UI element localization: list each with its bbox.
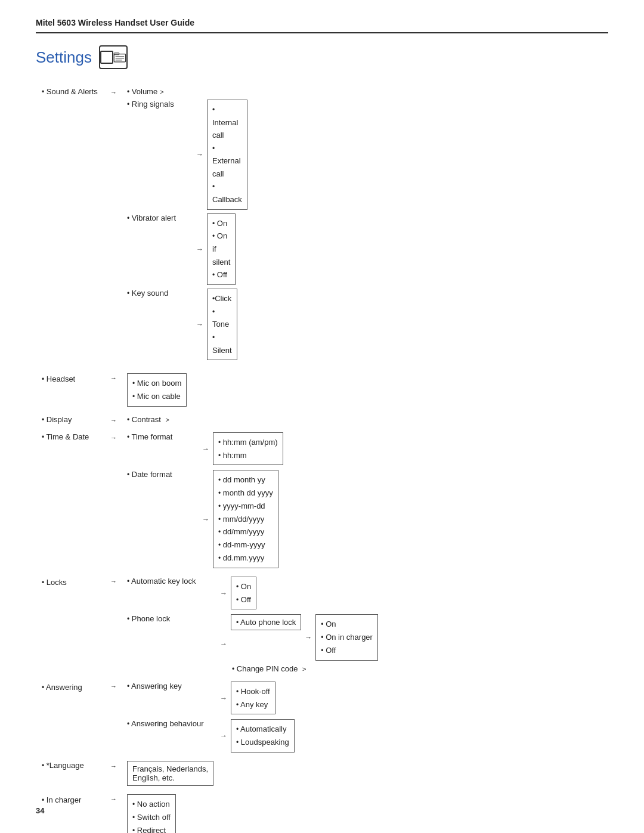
section-time-date: • Time & Date → • Time format → • hh:mm … [42,432,608,568]
answering-behaviour-label: • Answering behaviour [127,719,216,728]
ring-signals-label: • Ring signals [127,100,193,109]
change-pin-gt: > [302,665,306,673]
arrow-time-date: → [110,432,127,441]
date-format-options: • dd month yy • month dd yyyy • yyyy-mm-… [213,470,278,568]
section-locks: • Locks → • Automatic key lock → • On • … [42,577,608,673]
headset-options-box: • Mic on boom • Mic on cable [127,373,219,407]
locks-label: • Locks [42,577,110,587]
time-format-options: • hh:mm (am/pm) • hh:mm [213,432,283,466]
in-charger-options-box: • No action • Switch off • Redirect • So… [127,794,176,833]
section-in-charger: • In charger → • No action • Switch off … [42,794,608,833]
arrow-display: → [110,415,127,424]
auto-phone-lock-options: • On • On in charger • Off [315,614,378,660]
answering-children: • Answering key → • Hook-off • Any key •… [127,682,295,753]
language-options: Français, Nederlands,English, etc. [127,761,213,786]
arrow-auto-phone-lock: → [305,633,312,642]
language-box: Français, Nederlands,English, etc. [127,761,213,786]
arrow-time-format: → [202,445,209,453]
answering-key-label: • Answering key [127,682,216,690]
volume-label: • Volume [127,87,157,96]
page-header: Mitel 5603 Wireless Handset User Guide [36,18,608,33]
auto-key-lock-label: • Automatic key lock [127,577,216,586]
header-title: Mitel 5603 Wireless Handset User Guide [36,18,194,27]
headset-options: • Mic on boom • Mic on cable [127,373,187,407]
answering-behaviour-options: • Automatically • Loudspeaking [231,719,295,753]
arrow-in-charger: → [110,794,127,803]
in-charger-label: • In charger [42,794,110,804]
arrow-answering-key: → [220,694,227,702]
answering-behaviour-row: • Answering behaviour → • Automatically … [127,719,295,753]
arrow-headset: → [110,373,127,382]
answering-key-row: • Answering key → • Hook-off • Any key [127,682,295,715]
headset-label: • Headset [42,373,110,383]
arrow-answering: → [110,682,127,690]
page-title-row: Settings [36,45,608,69]
time-format-label: • Time format [127,432,199,441]
svg-rect-0 [114,54,125,62]
arrow-sound-alerts: → [110,87,127,96]
in-charger-options: • No action • Switch off • Redirect • So… [127,794,176,833]
section-headset: • Headset → • Mic on boom • Mic on cable [42,373,608,407]
change-pin-label: • Change PIN code [232,664,298,673]
key-sound-label: • Key sound [127,289,193,298]
section-display: • Display → • Contrast > [42,415,608,424]
ring-signals-options: • Internal call • External call • Callba… [207,100,247,210]
date-format-label: • Date format [127,470,199,479]
sound-alerts-label: • Sound & Alerts [42,87,110,96]
section-answering: • Answering → • Answering key → • Hook-o… [42,682,608,753]
time-format-row: • Time format → • hh:mm (am/pm) • hh:mm [127,432,283,466]
page-title: Settings [36,48,92,67]
phone-lock-row: • Phone lock → • Auto phone lock → • On … [127,614,378,673]
arrow-auto-key-lock: → [220,589,227,597]
section-sound-alerts: • Sound & Alerts → • Volume > • Ring sig… [42,87,608,364]
auto-key-lock-options: • On • Off [231,577,256,610]
language-label: • *Language [42,761,110,770]
section-language: • *Language → Français, Nederlands,Engli… [42,761,608,786]
date-format-row: • Date format → • dd month yy • month dd… [127,470,283,568]
display-children: • Contrast > [127,415,169,424]
time-date-children: • Time format → • hh:mm (am/pm) • hh:mm … [127,432,283,568]
arrow-language: → [110,761,127,770]
sound-alerts-children: • Volume > • Ring signals → • Internal c… [127,87,219,364]
arrow-date-format: → [202,515,209,524]
auto-phone-lock-label-box: • Auto phone lock [231,614,301,630]
arrow-ring-signals: → [196,150,203,159]
arrow-locks: → [110,577,127,585]
time-date-label: • Time & Date [42,432,110,441]
auto-phone-lock-row: • Auto phone lock → • On • On in charger… [231,614,378,660]
settings-icon [99,45,128,69]
contrast-gt: > [166,416,169,423]
page-number: 34 [36,806,44,815]
arrow-vibrator: → [196,245,203,253]
change-pin-row: • Change PIN code > [231,664,378,673]
display-label: • Display [42,415,110,424]
settings-diagram: • Sound & Alerts → • Volume > • Ring sig… [42,87,608,833]
locks-children: • Automatic key lock → • On • Off • Phon… [127,577,378,673]
arrow-answering-behaviour: → [220,732,227,740]
volume-gt: > [160,88,163,95]
vibrator-options: • On • On if silent • Off [207,213,236,285]
arrow-key-sound: → [196,320,203,329]
phone-lock-children: • Auto phone lock → • On • On in charger… [231,614,378,673]
contrast-label: • Contrast [127,415,161,424]
answering-label: • Answering [42,682,110,692]
settings-folder-icon [113,48,126,66]
answering-key-options: • Hook-off • Any key [231,682,275,715]
vibrator-alert-label: • Vibrator alert [127,213,193,222]
arrow-phone-lock: → [220,640,227,648]
auto-key-lock-row: • Automatic key lock → • On • Off [127,577,378,610]
key-sound-options: •Click • Tone • Silent [207,289,237,360]
phone-lock-label: • Phone lock [127,614,216,623]
